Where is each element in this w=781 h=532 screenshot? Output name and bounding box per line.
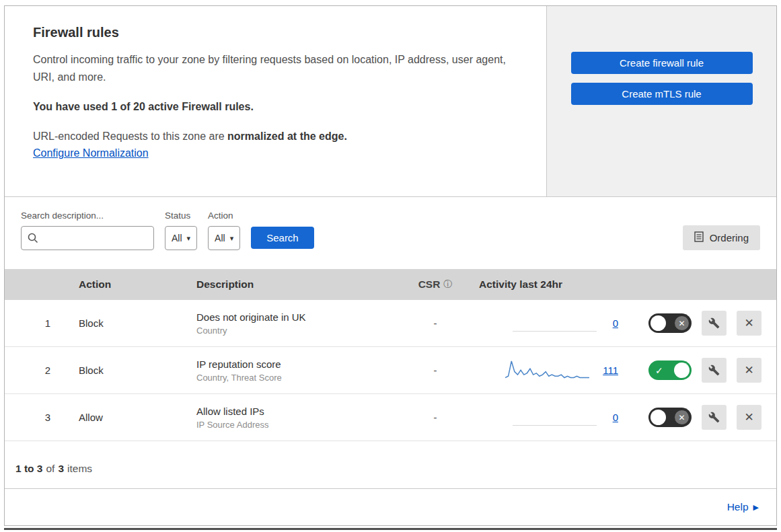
rule-priority: 3 <box>5 412 65 423</box>
page-header-section: Firewall rules Control incoming traffic … <box>5 6 776 197</box>
close-icon: ✕ <box>744 316 753 330</box>
filters-bar: Search description... Status All ▾ Actio… <box>5 197 776 269</box>
toggle-state-icon: ✓ <box>655 365 663 376</box>
rule-controls: ✓ ✕ <box>624 358 776 383</box>
status-filter-field: Status All ▾ <box>165 211 197 250</box>
toggle-knob <box>650 410 666 425</box>
rule-enabled-toggle[interactable]: ✕ <box>648 408 692 427</box>
activity-count-link[interactable]: 0 <box>610 412 618 423</box>
rule-activity-cell: 111 <box>469 358 624 383</box>
rule-controls: ✕ ✕ <box>624 405 776 430</box>
normalization-bold: normalized at the edge. <box>227 130 347 142</box>
rules-table-header: Action Description CSRⓘ Activity last 24… <box>5 269 776 300</box>
usage-summary: You have used 1 of 20 active Firewall ru… <box>33 101 506 113</box>
normalization-prefix: URL-encoded Requests to this zone are <box>33 130 227 142</box>
chevron-down-icon: ▾ <box>230 234 234 243</box>
rule-enabled-toggle[interactable]: ✕ <box>648 313 692 333</box>
rule-description: Allow listed IPs <box>196 406 402 417</box>
toggle-state-icon: ✕ <box>675 410 689 424</box>
ordering-icon <box>694 231 704 244</box>
status-filter-label: Status <box>165 211 197 221</box>
activity-sparkline <box>513 410 597 426</box>
activity-sparkline <box>505 358 589 383</box>
delete-rule-button[interactable]: ✕ <box>737 358 761 383</box>
activity-count-link[interactable]: 111 <box>603 365 618 376</box>
wrench-icon <box>708 412 720 423</box>
ordering-label: Ordering <box>710 232 749 243</box>
info-icon[interactable]: ⓘ <box>443 278 452 291</box>
close-icon: ✕ <box>744 410 753 424</box>
create-firewall-rule-button[interactable]: Create firewall rule <box>571 52 753 74</box>
toggle-knob <box>650 315 666 331</box>
normalization-note: URL-encoded Requests to this zone are no… <box>33 130 506 143</box>
edit-rule-button[interactable] <box>702 405 727 430</box>
delete-rule-button[interactable]: ✕ <box>737 311 761 336</box>
page-title: Firewall rules <box>33 25 506 40</box>
help-row: Help ▶ <box>5 489 776 525</box>
action-filter-select[interactable]: All ▾ <box>208 226 240 250</box>
rule-priority: 2 <box>5 365 65 376</box>
wrench-icon <box>708 317 720 329</box>
search-field: Search description... <box>21 211 154 250</box>
action-filter-field: Action All ▾ <box>208 211 240 250</box>
rule-priority: 1 <box>5 317 65 329</box>
search-button[interactable]: Search <box>251 227 314 249</box>
items-word: items <box>67 463 92 475</box>
help-label: Help <box>727 501 749 513</box>
header-csr: CSRⓘ <box>402 278 469 291</box>
arrow-right-icon: ▶ <box>753 503 759 512</box>
help-link[interactable]: Help ▶ <box>727 501 759 513</box>
rule-action: Block <box>65 317 183 329</box>
edit-rule-button[interactable] <box>702 358 727 383</box>
rule-action: Allow <box>65 412 183 423</box>
items-range: 1 to 3 <box>15 463 42 475</box>
rule-description: IP reputation score <box>196 358 402 370</box>
rule-description-cell: Allow listed IPs IP Source Address <box>183 406 402 430</box>
firewall-rule-row: 2 Block IP reputation score Country, Thr… <box>5 347 776 394</box>
firewall-rule-row: 1 Block Does not originate in UK Country… <box>5 300 776 347</box>
search-label: Search description... <box>21 211 154 221</box>
ordering-button[interactable]: Ordering <box>683 225 760 250</box>
rule-criteria: Country <box>196 326 402 336</box>
page-description: Control incoming traffic to your zone by… <box>33 51 506 85</box>
toggle-knob <box>674 363 690 378</box>
search-icon <box>27 232 39 244</box>
window-bottom-edge <box>4 528 777 530</box>
header-description: Description <box>183 278 402 291</box>
wrench-icon <box>708 365 720 376</box>
toggle-state-icon: ✕ <box>675 316 689 330</box>
activity-sparkline <box>513 315 597 332</box>
delete-rule-button[interactable]: ✕ <box>737 405 761 430</box>
create-mtls-rule-button[interactable]: Create mTLS rule <box>571 83 753 105</box>
items-of: of <box>46 463 54 475</box>
csr-label: CSR <box>418 278 441 291</box>
pagination-summary: 1 to 3 of 3 items <box>5 441 776 489</box>
rule-csr-value: - <box>402 412 469 423</box>
rule-criteria: Country, Threat Score <box>196 373 402 383</box>
intro-card: Firewall rules Control incoming traffic … <box>5 6 547 196</box>
action-filter-label: Action <box>208 211 240 221</box>
rule-description-cell: IP reputation score Country, Threat Scor… <box>183 358 402 383</box>
search-box <box>21 226 154 250</box>
firewall-rules-page: Firewall rules Control incoming traffic … <box>4 5 777 526</box>
rule-description: Does not originate in UK <box>196 311 402 323</box>
rule-activity-cell: 0 <box>469 315 624 332</box>
search-input[interactable] <box>21 226 154 250</box>
firewall-rule-row: 3 Allow Allow listed IPs IP Source Addre… <box>5 394 776 441</box>
rule-description-cell: Does not originate in UK Country <box>183 311 402 336</box>
items-total: 3 <box>58 463 64 475</box>
rule-enabled-toggle[interactable]: ✓ <box>648 360 692 380</box>
header-activity: Activity last 24hr <box>469 278 624 291</box>
activity-count-link[interactable]: 0 <box>610 317 618 329</box>
action-filter-value: All <box>215 233 225 243</box>
rule-controls: ✕ ✕ <box>624 311 776 336</box>
rule-csr-value: - <box>402 365 469 376</box>
rule-csr-value: - <box>402 317 469 329</box>
edit-rule-button[interactable] <box>702 311 727 336</box>
chevron-down-icon: ▾ <box>187 234 191 243</box>
rule-action: Block <box>65 365 183 376</box>
rule-criteria: IP Source Address <box>196 420 402 430</box>
status-filter-select[interactable]: All ▾ <box>165 226 197 250</box>
actions-panel: Create firewall rule Create mTLS rule <box>547 6 776 196</box>
configure-normalization-link[interactable]: Configure Normalization <box>33 147 149 159</box>
